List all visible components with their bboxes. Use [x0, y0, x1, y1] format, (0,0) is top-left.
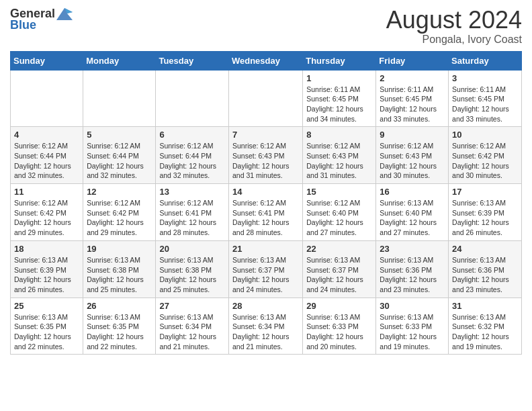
day-info-line: and 24 minutes.	[306, 285, 372, 295]
header-day-friday: Friday	[376, 51, 449, 70]
day-number: 16	[380, 187, 445, 197]
day-info-line: and 22 minutes.	[87, 342, 152, 352]
day-number: 26	[87, 301, 152, 311]
day-info-line: and 29 minutes.	[14, 228, 79, 238]
day-info-line: Sunset: 6:34 PM	[232, 322, 299, 332]
header-row: SundayMondayTuesdayWednesdayThursdayFrid…	[11, 51, 522, 70]
day-info-line: Daylight: 12 hours	[452, 218, 518, 228]
calendar-cell	[83, 70, 156, 127]
day-info-line: Daylight: 12 hours	[232, 275, 299, 285]
day-number: 29	[306, 301, 372, 311]
day-number: 30	[380, 301, 445, 311]
day-info-line: Daylight: 12 hours	[380, 104, 445, 114]
day-info-line: Daylight: 12 hours	[380, 332, 445, 342]
day-info-line: and 25 minutes.	[87, 285, 152, 295]
day-number: 7	[232, 130, 299, 140]
day-info-line: Sunset: 6:42 PM	[87, 208, 152, 218]
day-info-line: Sunrise: 6:11 AM	[306, 85, 372, 95]
day-number: 4	[14, 130, 79, 140]
calendar-cell: 13Sunrise: 6:12 AMSunset: 6:41 PMDayligh…	[156, 184, 229, 241]
calendar-cell: 9Sunrise: 6:12 AMSunset: 6:43 PMDaylight…	[376, 127, 449, 184]
header-day-sunday: Sunday	[11, 51, 83, 70]
logo-bird-icon	[56, 8, 73, 20]
header-day-monday: Monday	[83, 51, 156, 70]
day-info-line: Sunset: 6:41 PM	[232, 208, 299, 218]
day-info-line: Sunrise: 6:13 AM	[306, 255, 372, 265]
day-info-line: Sunset: 6:44 PM	[159, 151, 225, 161]
day-info-line: Sunrise: 6:11 AM	[380, 85, 445, 95]
calendar-cell: 3Sunrise: 6:11 AMSunset: 6:45 PMDaylight…	[449, 70, 522, 127]
day-info-line: Daylight: 12 hours	[232, 218, 299, 228]
logo-area: General Blue	[10, 7, 73, 32]
header-day-saturday: Saturday	[449, 51, 522, 70]
day-info-line: Sunset: 6:35 PM	[87, 322, 152, 332]
calendar-cell: 23Sunrise: 6:13 AMSunset: 6:36 PMDayligh…	[376, 240, 449, 298]
day-info-line: Daylight: 12 hours	[452, 161, 518, 171]
day-info-line: Daylight: 12 hours	[14, 275, 79, 285]
day-info-line: and 29 minutes.	[87, 228, 152, 238]
day-info-line: Sunrise: 6:12 AM	[87, 141, 152, 151]
day-info-line: Sunset: 6:37 PM	[306, 265, 372, 275]
week-row-1: 4Sunrise: 6:12 AMSunset: 6:44 PMDaylight…	[11, 127, 522, 184]
day-info-line: Sunset: 6:44 PM	[87, 151, 152, 161]
day-info-line: Daylight: 12 hours	[452, 104, 518, 114]
day-info-line: Daylight: 12 hours	[14, 161, 79, 171]
week-row-2: 11Sunrise: 6:12 AMSunset: 6:42 PMDayligh…	[11, 184, 522, 241]
day-info-line: and 32 minutes.	[14, 171, 79, 181]
header-day-thursday: Thursday	[303, 51, 376, 70]
day-info-line: Daylight: 12 hours	[87, 275, 152, 285]
calendar-cell	[11, 70, 83, 127]
day-info-line: Daylight: 12 hours	[380, 161, 445, 171]
day-info-line: Sunrise: 6:12 AM	[232, 141, 299, 151]
day-info-line: Daylight: 12 hours	[452, 275, 518, 285]
day-info-line: Daylight: 12 hours	[380, 218, 445, 228]
day-info-line: Sunset: 6:36 PM	[380, 265, 445, 275]
day-info-line: Sunset: 6:43 PM	[306, 151, 372, 161]
calendar-cell: 5Sunrise: 6:12 AMSunset: 6:44 PMDaylight…	[83, 127, 156, 184]
day-info-line: and 32 minutes.	[159, 171, 225, 181]
day-info-line: Sunset: 6:39 PM	[452, 208, 518, 218]
day-info-line: and 19 minutes.	[452, 342, 518, 352]
calendar-cell: 21Sunrise: 6:13 AMSunset: 6:37 PMDayligh…	[228, 240, 302, 298]
day-info-line: Sunset: 6:35 PM	[14, 322, 79, 332]
calendar-cell: 11Sunrise: 6:12 AMSunset: 6:42 PMDayligh…	[11, 184, 83, 241]
week-row-4: 25Sunrise: 6:13 AMSunset: 6:35 PMDayligh…	[11, 298, 522, 355]
day-info-line: and 32 minutes.	[87, 171, 152, 181]
day-info-line: Sunrise: 6:12 AM	[306, 141, 372, 151]
day-info-line: and 31 minutes.	[232, 171, 299, 181]
calendar-cell: 14Sunrise: 6:12 AMSunset: 6:41 PMDayligh…	[228, 184, 302, 241]
day-info-line: Sunrise: 6:12 AM	[159, 198, 225, 208]
day-info-line: Sunrise: 6:12 AM	[452, 141, 518, 151]
day-info-line: Sunset: 6:45 PM	[380, 94, 445, 104]
calendar-cell: 6Sunrise: 6:12 AMSunset: 6:44 PMDaylight…	[156, 127, 229, 184]
day-info-line: Sunrise: 6:13 AM	[452, 312, 518, 322]
day-info-line: Sunset: 6:45 PM	[452, 94, 518, 104]
day-info-line: and 22 minutes.	[14, 342, 79, 352]
day-info-line: Sunrise: 6:13 AM	[380, 255, 445, 265]
week-row-3: 18Sunrise: 6:13 AMSunset: 6:39 PMDayligh…	[11, 240, 522, 298]
day-info-line: Sunrise: 6:12 AM	[232, 198, 299, 208]
calendar-cell: 22Sunrise: 6:13 AMSunset: 6:37 PMDayligh…	[303, 240, 376, 298]
calendar-cell	[228, 70, 302, 127]
calendar-cell: 31Sunrise: 6:13 AMSunset: 6:32 PMDayligh…	[449, 298, 522, 355]
day-info-line: Sunrise: 6:13 AM	[452, 255, 518, 265]
calendar-cell: 26Sunrise: 6:13 AMSunset: 6:35 PMDayligh…	[83, 298, 156, 355]
day-info-line: Daylight: 12 hours	[306, 104, 372, 114]
day-info-line: Sunrise: 6:13 AM	[159, 312, 225, 322]
calendar-cell: 15Sunrise: 6:12 AMSunset: 6:40 PMDayligh…	[303, 184, 376, 241]
day-info-line: Sunrise: 6:13 AM	[87, 255, 152, 265]
calendar-cell: 27Sunrise: 6:13 AMSunset: 6:34 PMDayligh…	[156, 298, 229, 355]
header-day-tuesday: Tuesday	[156, 51, 229, 70]
day-info-line: Sunset: 6:43 PM	[232, 151, 299, 161]
day-info-line: Sunrise: 6:13 AM	[380, 198, 445, 208]
day-info-line: Daylight: 12 hours	[87, 161, 152, 171]
day-number: 1	[306, 73, 372, 83]
day-info-line: Daylight: 12 hours	[306, 218, 372, 228]
calendar-cell: 12Sunrise: 6:12 AMSunset: 6:42 PMDayligh…	[83, 184, 156, 241]
day-number: 23	[380, 244, 445, 254]
day-number: 21	[232, 244, 299, 254]
day-number: 17	[452, 187, 518, 197]
day-info-line: Sunset: 6:38 PM	[159, 265, 225, 275]
day-info-line: and 27 minutes.	[306, 228, 372, 238]
day-number: 9	[380, 130, 445, 140]
